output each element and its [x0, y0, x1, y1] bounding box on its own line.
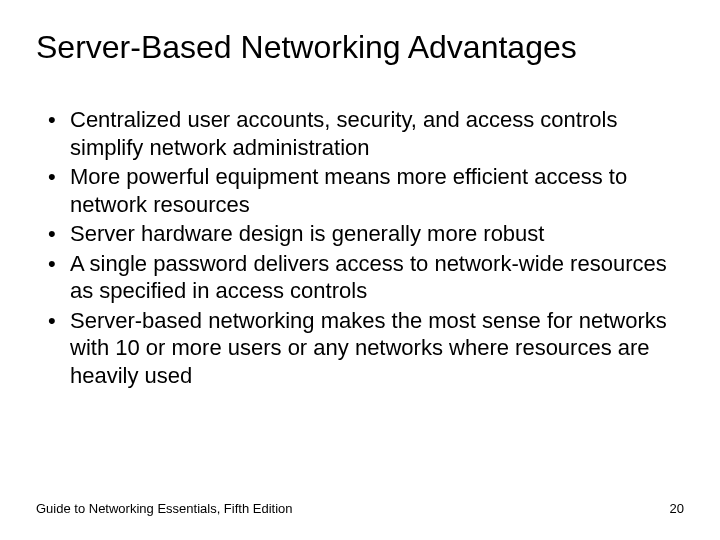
list-item: Centralized user accounts, security, and… [40, 106, 684, 161]
slide-footer: Guide to Networking Essentials, Fifth Ed… [36, 501, 684, 516]
list-item: A single password delivers access to net… [40, 250, 684, 305]
footer-source: Guide to Networking Essentials, Fifth Ed… [36, 501, 293, 516]
list-item: More powerful equipment means more effic… [40, 163, 684, 218]
list-item: Server hardware design is generally more… [40, 220, 684, 248]
slide: Server-Based Networking Advantages Centr… [0, 0, 720, 540]
list-item: Server-based networking makes the most s… [40, 307, 684, 390]
bullet-list: Centralized user accounts, security, and… [36, 106, 684, 389]
slide-title: Server-Based Networking Advantages [36, 28, 684, 66]
page-number: 20 [670, 501, 684, 516]
